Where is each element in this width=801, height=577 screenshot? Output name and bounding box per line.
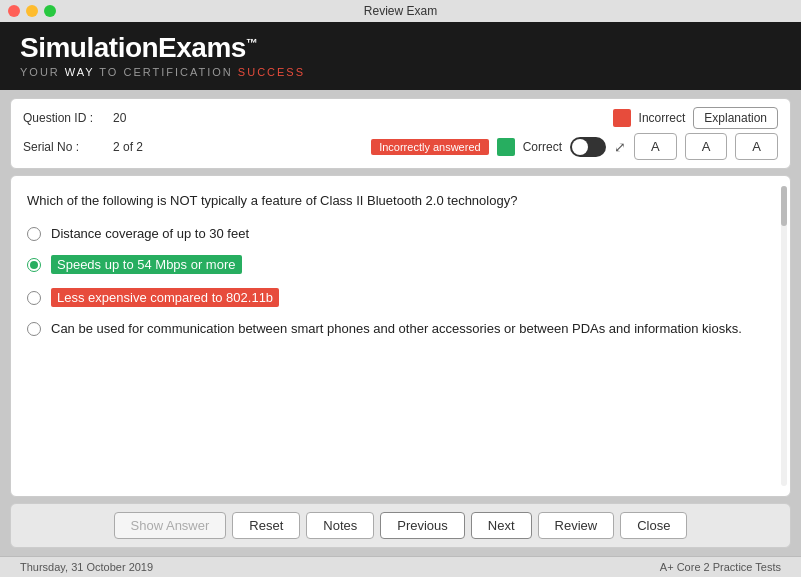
notes-button[interactable]: Notes <box>306 512 374 539</box>
explanation-button[interactable]: Explanation <box>693 107 778 129</box>
serial-no-label: Serial No : <box>23 140 103 154</box>
main-area: Question ID : 20 Incorrect Explanation S… <box>0 90 801 556</box>
question-id-label: Question ID : <box>23 111 103 125</box>
app-subtitle: YOUR WAY TO CERTIFICATION SUCCESS <box>20 66 781 78</box>
maximize-window-button[interactable] <box>44 5 56 17</box>
question-id-value: 20 <box>113 111 603 125</box>
incorrect-label: Incorrect <box>639 111 686 125</box>
info-right-row2: Incorrectly answered Correct ⤢ A A A <box>371 133 778 160</box>
option-4[interactable]: Can be used for communication between sm… <box>27 321 774 336</box>
info-right-row1: Incorrect Explanation <box>613 107 778 129</box>
option-3[interactable]: Less expensive compared to 802.11b <box>27 288 774 307</box>
incorrect-dot <box>613 109 631 127</box>
app-title: SimulationExams™ <box>20 32 781 64</box>
option-4-text: Can be used for communication between sm… <box>51 321 742 336</box>
close-button[interactable]: Close <box>620 512 687 539</box>
review-button[interactable]: Review <box>538 512 615 539</box>
font-large-button[interactable]: A <box>735 133 778 160</box>
font-small-button[interactable]: A <box>634 133 677 160</box>
font-medium-button[interactable]: A <box>685 133 728 160</box>
option-2-radio[interactable] <box>27 258 41 272</box>
option-1[interactable]: Distance coverage of up to 30 feet <box>27 226 774 241</box>
correct-dot <box>497 138 515 156</box>
footer-product: A+ Core 2 Practice Tests <box>660 561 781 573</box>
window-title: Review Exam <box>364 4 437 18</box>
minimize-window-button[interactable] <box>26 5 38 17</box>
toggle-switch[interactable] <box>570 137 606 157</box>
footer-date: Thursday, 31 October 2019 <box>20 561 153 573</box>
option-4-radio[interactable] <box>27 322 41 336</box>
scrollbar-thumb <box>781 186 787 226</box>
option-2-text: Speeds up to 54 Mbps or more <box>51 255 242 274</box>
fullscreen-icon[interactable]: ⤢ <box>614 139 626 155</box>
option-2[interactable]: Speeds up to 54 Mbps or more <box>27 255 774 274</box>
footer: Thursday, 31 October 2019 A+ Core 2 Prac… <box>0 556 801 577</box>
window-controls <box>8 5 56 17</box>
question-id-row: Question ID : 20 Incorrect Explanation <box>23 107 778 129</box>
bottom-bar: Show Answer Reset Notes Previous Next Re… <box>10 503 791 548</box>
question-text: Which of the following is NOT typically … <box>27 192 774 210</box>
option-1-radio[interactable] <box>27 227 41 241</box>
previous-button[interactable]: Previous <box>380 512 465 539</box>
next-button[interactable]: Next <box>471 512 532 539</box>
header-banner: SimulationExams™ YOUR WAY TO CERTIFICATI… <box>0 22 801 90</box>
reset-button[interactable]: Reset <box>232 512 300 539</box>
serial-no-row: Serial No : 2 of 2 Incorrectly answered … <box>23 133 778 160</box>
correct-label: Correct <box>523 140 562 154</box>
info-panel: Question ID : 20 Incorrect Explanation S… <box>10 98 791 169</box>
toggle-knob <box>572 139 588 155</box>
title-bar: Review Exam <box>0 0 801 22</box>
incorrectly-answered-badge: Incorrectly answered <box>371 139 489 155</box>
scrollbar-track[interactable] <box>781 186 787 486</box>
option-3-text: Less expensive compared to 802.11b <box>51 288 279 307</box>
show-answer-button[interactable]: Show Answer <box>114 512 227 539</box>
close-window-button[interactable] <box>8 5 20 17</box>
serial-no-value: 2 of 2 <box>113 140 361 154</box>
option-1-text: Distance coverage of up to 30 feet <box>51 226 249 241</box>
option-3-radio[interactable] <box>27 291 41 305</box>
question-panel: Which of the following is NOT typically … <box>10 175 791 497</box>
